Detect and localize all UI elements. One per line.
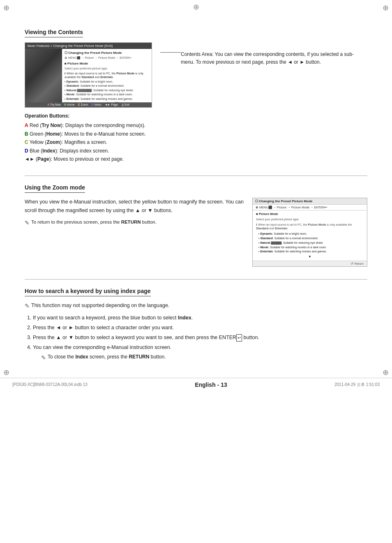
footer-page: ◄► Page [105, 103, 118, 106]
corner-br: ⊕ [383, 368, 389, 377]
zoom-note: ✎ To return to the previous screen, pres… [25, 218, 244, 228]
zoom-mode-section: Using the Zoom mode When you view the e-… [25, 184, 367, 267]
note-icon: ✎ [25, 218, 30, 228]
footer-try-now: A Try Now [47, 103, 61, 106]
ob-line-d: D Blue (Index): Displays index screen. [25, 147, 152, 155]
zs-item-5: • Entertain: Suitable for watching movie… [258, 250, 364, 254]
emanual-section1-title: ☐ Changing the Preset Picture Mode [65, 51, 149, 55]
zs-note: ℹ When an input source is set to PC, the… [256, 223, 364, 231]
emanual-note2: ℹ It is only available when connecting a… [65, 101, 149, 102]
index-body: ✎ This function may not supported depend… [25, 301, 367, 362]
viewing-layout: Basic Features > Changing the Preset Pic… [25, 42, 367, 163]
emanual-body: ☐ Changing the Preset Picture Mode 🖥 MEN… [25, 49, 152, 102]
operation-buttons: Operation Buttons: A Red (Try Now): Disp… [25, 112, 152, 163]
index-note-text: This function may not supported dependin… [31, 301, 169, 310]
zoom-mode-title: Using the Zoom mode [25, 184, 85, 193]
index-step-2: Press the ◄ or ► button to select a char… [33, 323, 367, 332]
zs-item-1: • Dynamic: Suitable for a bright room. [258, 232, 364, 236]
ob-line-a: A Red (Try Now): Displays the correspond… [25, 121, 152, 129]
emanual-image-area [25, 49, 62, 102]
zs-section-title: ■ Picture Mode [256, 212, 364, 217]
zs-section-sub: Select your preferred picture type. [256, 217, 364, 222]
index-step-4: You can view the corresponding e-Manual … [33, 343, 367, 362]
corner-tr: ⊕ [383, 3, 389, 12]
footer-left: [PD530-XC]BN68-03712A-00L04.indb 13 [12, 382, 88, 387]
page-label: English - 13 [195, 381, 227, 388]
emanual-section2-sub: Select your preferred picture type. [65, 67, 149, 71]
zoom-note-text: To return to the previous screen, press … [31, 218, 157, 226]
index-step4-note: ✎ To close the Index screen, press the R… [41, 353, 367, 362]
footer-home: B Home [64, 103, 75, 106]
operation-buttons-title: Operation Buttons: [25, 112, 152, 120]
emanual-section2: ■ Picture Mode Select your preferred pic… [65, 61, 149, 102]
footer-exit: -‖ Exit [121, 103, 129, 106]
zs-item-2: • Standard: Suitable for a normal enviro… [258, 236, 364, 240]
zs-header: ☐ Changing the Preset Picture Mode [253, 198, 367, 205]
zoom-screenshot: ☐ Changing the Preset Picture Mode 🖥 MEN… [252, 198, 367, 267]
emanual-item1: • Dynamic: Suitable for a bright room. [65, 80, 149, 83]
zs-subheader: 🖥 MENU⬛ → Picture → Picture Mode → ENTER… [253, 205, 367, 210]
contents-connector-area: Contents Area: You can view the correspo… [160, 42, 367, 66]
page-footer: [PD530-XC]BN68-03712A-00L04.indb 13 Engl… [0, 378, 392, 388]
tv-image [25, 49, 62, 102]
emanual-mockup: Basic Features > Changing the Preset Pic… [25, 42, 152, 108]
crosshair-top: ⊕ [193, 2, 199, 12]
zs-footer: ↺ Return [253, 261, 367, 266]
index-section: How to search a keyword by using index p… [25, 288, 367, 362]
emanual-item2: • Standard: Suitable for a normal enviro… [65, 84, 149, 88]
emanual-section1-path: 🖥 MENU⬛ → Picture → Picture Mode → ENTER… [65, 56, 149, 60]
emanual-note: ℹ When an input source is set to PC, the… [65, 72, 149, 79]
page-wrapper: ⊕ ⊕ ⊕ ⊕ ⊕ Viewing the Contents Basic Fea… [0, 0, 392, 395]
emanual-footer: A Try Now B Home C Zoom D Index ◄► Page … [25, 102, 152, 107]
ob-line-c: C Yellow (Zoom): Magnifies a screen. [25, 138, 152, 146]
ob-line-arrows: ◄► (Page): Moves to previous or next pag… [25, 155, 152, 163]
zs-body: ■ Picture Mode Select your preferred pic… [253, 210, 367, 261]
divider-1 [25, 176, 367, 176]
index-section-title: How to search a keyword by using index p… [25, 288, 151, 296]
emanual-body-text: ℹ When an input source is set to PC, the… [65, 72, 149, 102]
emanual-header: Basic Features > Changing the Preset Pic… [25, 43, 152, 49]
emanual-text-area: ☐ Changing the Preset Picture Mode 🖥 MEN… [62, 49, 152, 102]
zs-item-4: • Movie: Suitable for watching movies in… [258, 245, 364, 250]
emanual-item3: • Natural ▓▓▓▓▓▓▓: Suitable for reducing… [65, 88, 149, 92]
corner-bl: ⊕ [3, 368, 9, 377]
footer-right: 2011-04-29 오후 1:51:03 [334, 382, 380, 388]
index-step-1: If you want to search a keyword, press t… [33, 314, 367, 322]
index-note-icon: ✎ [25, 301, 30, 311]
step4-note-icon: ✎ [41, 353, 46, 362]
viewing-contents-section: Viewing the Contents Basic Features > Ch… [25, 29, 367, 163]
connector-line [160, 52, 181, 53]
zs-scroll-indicator: ▼ [256, 254, 364, 259]
divider-2 [25, 279, 367, 280]
emanual-item4: • Movie: Suitable for watching movies in… [65, 92, 149, 96]
zoom-text-area: When you view the e-Manual instruction, … [25, 198, 244, 227]
emanual-screenshot: Basic Features > Changing the Preset Pic… [25, 42, 152, 163]
connector-group [160, 46, 181, 53]
footer-center: English - 13 [195, 381, 227, 388]
step4-note-text: To close the Index screen, press the RET… [48, 353, 166, 361]
index-steps-list: If you want to search a keyword, press t… [25, 314, 367, 362]
viewing-contents-title: Viewing the Contents [25, 29, 83, 37]
footer-index: D Index [92, 103, 101, 106]
enter-icon: ↩ [236, 334, 242, 342]
emanual-item5: • Entertain: Suitable for watching movie… [65, 97, 149, 101]
index-note: ✎ This function may not supported depend… [25, 301, 367, 311]
corner-tl: ⊕ [3, 3, 9, 12]
zoom-layout: When you view the e-Manual instruction, … [25, 198, 367, 267]
emanual-section2-title: ■ Picture Mode [65, 61, 149, 66]
zoom-description: When you view the e-Manual instruction, … [25, 198, 244, 215]
ob-line-b: B Green (Home): Moves to the e-Manual ho… [25, 130, 152, 138]
contents-description: Contents Area: You can view the correspo… [181, 46, 367, 66]
index-step-3: Press the ▲ or ▼ button to select a keyw… [33, 333, 367, 342]
footer-zoom: C Zoom [78, 103, 88, 106]
zs-item-3: • Natural ▓▓▓▓▓: Suitable for reducing e… [258, 241, 364, 245]
